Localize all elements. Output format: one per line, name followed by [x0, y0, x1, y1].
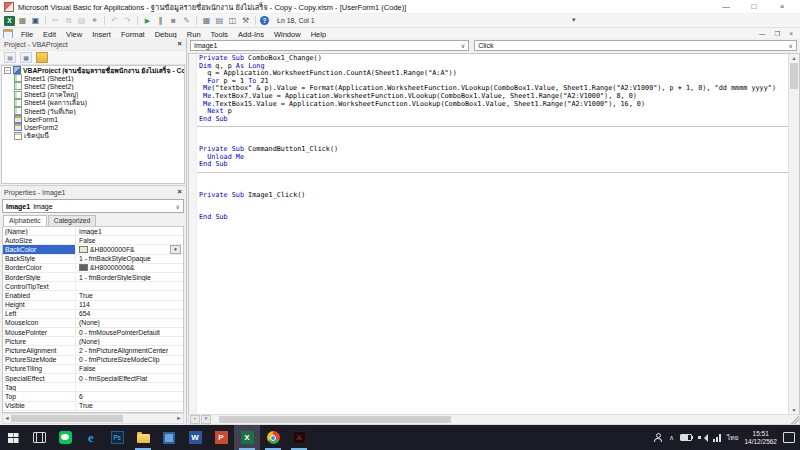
property-row[interactable]: Left654	[3, 310, 183, 319]
taskbar-excel[interactable]: X	[234, 425, 260, 450]
code-line[interactable]: End Sub	[199, 214, 788, 222]
child-restore-icon[interactable]: ❐	[774, 30, 780, 38]
code-line[interactable]: Unload Me	[199, 154, 788, 162]
cut-icon[interactable]: ✂	[50, 15, 61, 26]
view-microsoft-excel-icon[interactable]: X	[4, 16, 15, 26]
object-browser-icon[interactable]: ◫	[227, 15, 238, 26]
reset-icon[interactable]: ■	[168, 15, 179, 26]
property-row[interactable]: Tag	[3, 383, 183, 392]
tree-item[interactable]: Sheet5 (วันที่เกิด)	[2, 107, 184, 115]
code-line[interactable]: Next p	[199, 108, 788, 116]
margin-indicator-bar[interactable]	[189, 54, 197, 414]
taskbar-chrome[interactable]	[260, 425, 286, 450]
collapse-icon[interactable]: −	[4, 67, 11, 74]
taskbar-start[interactable]	[0, 425, 26, 450]
property-row[interactable]: BorderColor&H80000006&	[3, 264, 183, 273]
tree-item[interactable]: UserForm1	[2, 115, 184, 123]
code-line[interactable]: Me.TextBox15.Value = Application.Workshe…	[199, 101, 788, 109]
paste-icon[interactable]: ▤	[76, 15, 87, 26]
taskbar-line[interactable]	[52, 425, 78, 450]
code-line[interactable]	[199, 199, 788, 207]
tree-item[interactable]: Sheet2 (Sheet2)	[2, 82, 184, 90]
taskbar-powerpoint[interactable]: P	[208, 425, 234, 450]
maximize-icon[interactable]: □	[740, 0, 768, 13]
taskbar-task-view[interactable]	[26, 425, 52, 450]
save-icon[interactable]: ▣	[30, 15, 41, 26]
property-row[interactable]: EnabledTrue	[3, 291, 183, 300]
clock[interactable]: 15:51 14/12/2562	[744, 430, 777, 446]
volume-icon[interactable]	[698, 434, 707, 442]
code-line[interactable]: Private Sub CommandButton1_Click()	[199, 146, 788, 154]
taskbar-file-explorer[interactable]	[130, 425, 156, 450]
toggle-folders-icon[interactable]	[36, 52, 48, 63]
battery-icon[interactable]	[680, 434, 692, 441]
tree-item[interactable]: Sheet4 (ผลการเลื่อน)	[2, 99, 184, 107]
property-row[interactable]: BackStyle1 - fmBackStyleOpaque	[3, 255, 183, 264]
procedure-view-icon[interactable]: ▪	[190, 415, 200, 424]
chevron-down-icon[interactable]: ∨	[789, 42, 793, 49]
property-row[interactable]: Top6	[3, 392, 183, 401]
property-row[interactable]: (Name)Image1	[3, 227, 183, 236]
chevron-down-icon[interactable]: ∨	[176, 203, 180, 210]
property-row[interactable]: PictureTilingFalse	[3, 365, 183, 374]
copy-icon[interactable]: ⧉	[63, 15, 74, 26]
property-row[interactable]: PictureSizeMode0 - fmPictureSizeModeClip	[3, 356, 183, 365]
property-row[interactable]: SpecialEffect0 - fmSpecialEffectFlat	[3, 374, 183, 383]
find-icon[interactable]: ⚭	[89, 15, 100, 26]
view-code-icon[interactable]: ▤	[4, 52, 16, 63]
code-line[interactable]: End Sub	[199, 161, 788, 169]
network-icon[interactable]	[713, 434, 721, 442]
taskbar-edge[interactable]: e	[78, 425, 104, 450]
taskbar-game[interactable]: ⚔	[286, 425, 312, 450]
procedure-dropdown[interactable]: Click ∨	[474, 40, 797, 51]
people-icon[interactable]	[654, 433, 663, 442]
property-row[interactable]: BackColor&H8000000F&▼	[3, 245, 183, 254]
code-editor[interactable]: Private Sub ComboBox1_Change()Dim q, p A…	[188, 53, 800, 414]
vscroll-thumb[interactable]	[790, 63, 798, 89]
child-minimize-icon[interactable]: —	[759, 30, 766, 38]
redo-icon[interactable]: ↷	[122, 15, 133, 26]
full-module-view-icon[interactable]: ≡	[201, 415, 211, 424]
properties-object-selector[interactable]: Image1 Image ∨	[2, 199, 184, 213]
view-object-icon[interactable]: ▦	[20, 52, 32, 63]
help-icon[interactable]: ?	[260, 16, 269, 25]
code-hscrollbar[interactable]: ▪ ≡	[188, 414, 800, 425]
property-row[interactable]: Picture(None)	[3, 337, 183, 346]
child-close-icon[interactable]: ×	[789, 30, 793, 38]
code-line[interactable]	[199, 131, 788, 139]
toolbar-overflow-icon[interactable]: ▾	[572, 16, 576, 24]
tree-item[interactable]: −VBAProject (ฐานข้อมูลรายชื่อพนักงาน ยัง…	[2, 66, 184, 74]
property-row[interactable]: BorderStyle1 - fmBorderStyleSingle	[3, 273, 183, 282]
break-icon[interactable]: ∥	[155, 15, 166, 26]
project-explorer-icon[interactable]: ▦	[201, 15, 212, 26]
tree-item[interactable]: Sheet3 (ภาคใหญ่)	[2, 91, 184, 99]
language-indicator[interactable]: ไทย	[727, 433, 738, 443]
property-row[interactable]: VisibleTrue	[3, 402, 183, 411]
code-line[interactable]: End Sub	[199, 116, 788, 124]
scroll-left-icon[interactable]: ◄	[3, 414, 11, 423]
tab-categorized[interactable]: Categorized	[48, 215, 97, 226]
insert-userform-icon[interactable]: ▦	[17, 15, 28, 26]
properties-hscrollbar[interactable]: ◄ ►	[2, 413, 184, 424]
property-row[interactable]: MousePointer0 - fmMousePointerDefault	[3, 328, 183, 337]
property-row[interactable]: ControlTipText	[3, 282, 183, 291]
scroll-right-icon[interactable]: ►	[175, 414, 183, 423]
property-row[interactable]: PictureAlignment2 - fmPictureAlignmentCe…	[3, 346, 183, 355]
dropdown-arrow-icon[interactable]: ▼	[170, 245, 181, 253]
code-hscroll-thumb[interactable]	[219, 416, 451, 423]
code-line[interactable]: q = Application.WorksheetFunction.CountA…	[199, 70, 788, 78]
action-center-icon[interactable]	[783, 432, 795, 443]
property-row[interactable]: AutoSizeFalse	[3, 236, 183, 245]
taskbar-photos[interactable]	[156, 425, 182, 450]
taskbar-photoshop[interactable]: Ps	[104, 425, 130, 450]
tree-item[interactable]: UserForm2	[2, 123, 184, 131]
property-row[interactable]: Height114	[3, 301, 183, 310]
code-line[interactable]: Private Sub ComboBox1_Change()	[199, 55, 788, 63]
scroll-up-icon[interactable]: ▲	[789, 54, 799, 62]
taskbar-word[interactable]: W	[182, 425, 208, 450]
code-line[interactable]: Private Sub Image1_Click()	[199, 192, 788, 200]
tree-item[interactable]: เช็คปุ่มนี้	[2, 132, 184, 140]
toolbox-icon[interactable]: ⚒	[240, 15, 251, 26]
scroll-down-icon[interactable]: ▼	[789, 406, 799, 414]
minimize-icon[interactable]: —	[712, 0, 740, 13]
